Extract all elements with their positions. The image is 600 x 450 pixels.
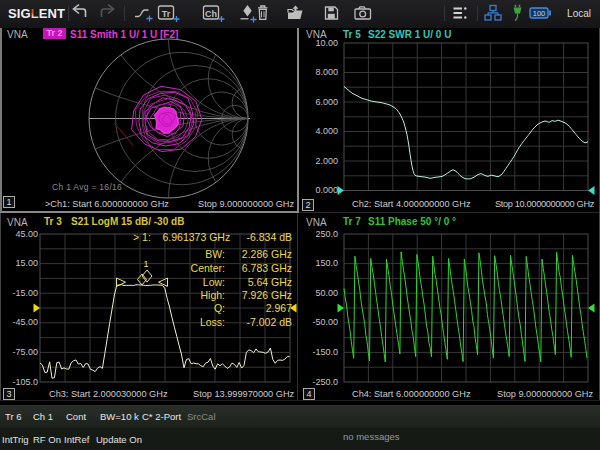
svg-text:1: 1 [144, 259, 149, 269]
